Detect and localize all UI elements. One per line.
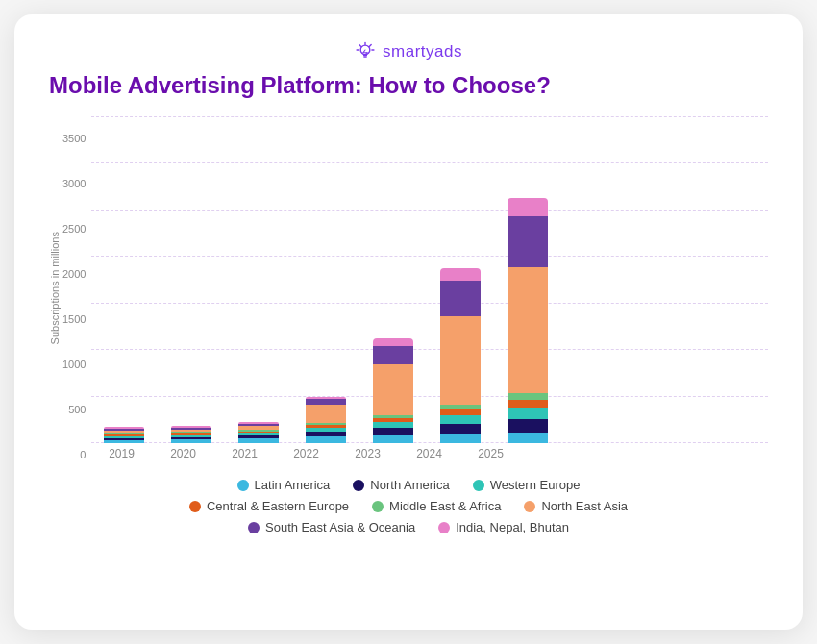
bar-group	[437, 268, 483, 443]
x-label: 2024	[408, 447, 449, 460]
legend-dot	[438, 522, 450, 533]
y-label: 3500	[62, 134, 86, 144]
bar-segment	[440, 415, 481, 424]
bar-stack	[508, 198, 548, 443]
legend-item: Latin America	[237, 478, 331, 492]
logo-icon	[355, 41, 376, 62]
legend-label: North America	[370, 478, 449, 492]
legend-row: Central & Eastern EuropeMiddle East & Af…	[189, 499, 628, 513]
legend-item: Central & Eastern Europe	[189, 499, 349, 513]
bar-group	[505, 198, 551, 443]
legend-label: Western Europe	[490, 478, 581, 492]
legend-dot	[248, 522, 260, 533]
bar-segment	[104, 440, 144, 443]
legend-item: North East Asia	[524, 499, 628, 513]
bar-segment	[373, 435, 413, 443]
y-label: 1000	[62, 359, 86, 370]
legend-row: South East Asia & OceaniaIndia, Nepal, B…	[248, 520, 569, 534]
bar-segment	[508, 216, 548, 267]
bar-group	[101, 427, 147, 443]
bar-stack	[306, 397, 346, 443]
y-label: 2500	[62, 224, 86, 235]
legend-dot	[237, 480, 249, 491]
legend-label: India, Nepal, Bhutan	[456, 520, 569, 534]
bar-segment	[440, 281, 481, 316]
x-label: 2022	[285, 447, 326, 460]
svg-rect-7	[363, 56, 366, 57]
bar-segment	[306, 405, 346, 423]
bar-group	[303, 397, 349, 443]
svg-line-2	[359, 44, 361, 46]
legend-dot	[189, 501, 201, 512]
legend-row: Latin AmericaNorth AmericaWestern Europe	[237, 478, 581, 492]
logo-text: smartyads	[383, 42, 462, 62]
y-label: 0	[62, 450, 86, 460]
x-label: 2019	[101, 447, 141, 460]
legend-label: South East Asia & Oceania	[265, 520, 415, 534]
bar-segment	[306, 436, 346, 443]
bar-segment	[508, 400, 548, 408]
bar-group	[168, 426, 214, 443]
bar-segment	[508, 433, 548, 443]
legend-item: Middle East & Africa	[372, 499, 501, 513]
bar-segment	[508, 419, 548, 433]
bar-stack	[238, 422, 279, 443]
title-text: Mobile Advertising Platform: How to Choo…	[49, 72, 551, 98]
y-label: 500	[62, 405, 86, 415]
bar-segment	[373, 428, 413, 435]
chart-inner: 2019202020212022202320242025	[91, 116, 768, 460]
bar-segment	[508, 267, 548, 393]
y-label: 3000	[62, 179, 86, 189]
bar-segment	[238, 438, 279, 443]
legend-label: North East Asia	[541, 499, 628, 513]
legend-item: Western Europe	[473, 478, 581, 492]
bar-segment	[373, 364, 413, 415]
bar-segment	[508, 393, 548, 400]
legend-dot	[372, 501, 384, 512]
main-card: smartyads Mobile Advertising Platform: H…	[14, 14, 803, 630]
bar-stack	[104, 427, 144, 443]
legend-item: South East Asia & Oceania	[248, 520, 415, 534]
legend-item: India, Nepal, Bhutan	[438, 520, 569, 534]
bar-segment	[171, 439, 211, 443]
bar-segment	[508, 408, 548, 419]
logo-area: smartyads	[355, 41, 462, 62]
bar-segment	[440, 268, 481, 281]
bar-segment	[508, 198, 548, 216]
bar-stack	[373, 338, 413, 443]
chart-area: Subscriptions in millions 05001000150020…	[49, 116, 768, 460]
svg-line-3	[370, 44, 372, 46]
legend-label: Middle East & Africa	[389, 499, 501, 513]
legend-item: North America	[353, 478, 449, 492]
bars-row	[91, 116, 768, 443]
bar-segment	[373, 338, 413, 346]
legend-label: Central & Eastern Europe	[207, 499, 349, 513]
bar-group	[235, 422, 282, 443]
y-label: 1500	[62, 314, 86, 325]
bar-segment	[440, 316, 481, 405]
bar-stack	[440, 268, 481, 443]
bar-segment	[373, 346, 413, 364]
x-label: 2023	[347, 447, 387, 460]
y-labels: 0500100015002000250030003500	[62, 134, 86, 460]
legend-dot	[524, 501, 535, 512]
legend-dot	[353, 480, 364, 491]
bar-segment	[440, 424, 481, 434]
x-label: 2025	[470, 447, 510, 460]
x-label: 2021	[224, 447, 264, 460]
page-title: Mobile Advertising Platform: How to Choo…	[49, 72, 551, 99]
y-axis-label: Subscriptions in millions	[49, 232, 61, 344]
legend-label: Latin America	[255, 478, 331, 492]
x-label: 2020	[162, 447, 203, 460]
bar-group	[370, 338, 416, 443]
legend-dot	[473, 480, 484, 491]
bar-segment	[440, 434, 481, 443]
bar-stack	[171, 426, 211, 443]
legend: Latin AmericaNorth AmericaWestern Europe…	[49, 478, 768, 534]
x-axis: 2019202020212022202320242025	[91, 447, 768, 460]
y-label: 2000	[62, 269, 86, 280]
